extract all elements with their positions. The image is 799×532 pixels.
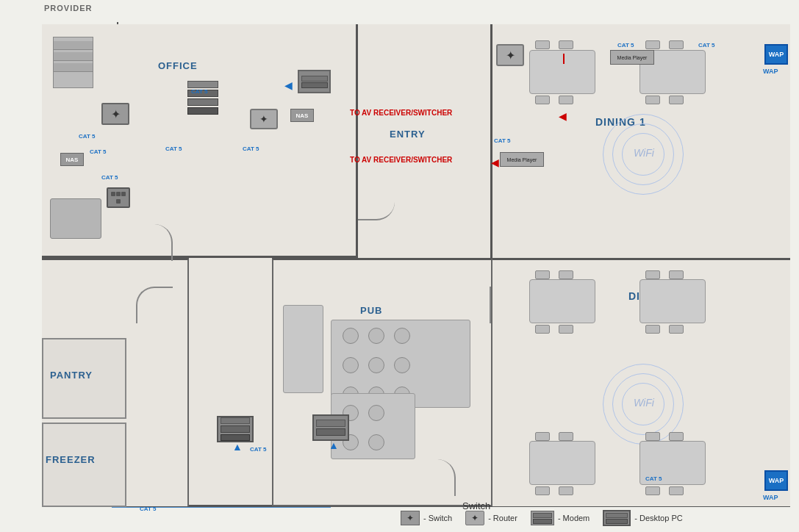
- dining2-table-1: [529, 279, 595, 323]
- main-router: ✦: [496, 44, 524, 66]
- wap-bottom-right: WAP: [764, 470, 788, 491]
- entry-label: ENTRY: [390, 129, 426, 140]
- pub-counter-left: [283, 305, 323, 393]
- nas-right: NAS: [290, 109, 314, 122]
- chair: [559, 270, 573, 279]
- cat5-entry: CAT 5: [494, 137, 511, 144]
- wap-box-bottom: WAP: [764, 470, 788, 491]
- legend-desktop: - Desktop PC: [603, 510, 682, 526]
- arrow-lower-device: ▲: [232, 441, 243, 453]
- cat5-below-switch: CAT 5: [101, 174, 118, 181]
- cat5-office-2: CAT 5: [165, 145, 182, 152]
- lower-desktop: [217, 416, 254, 442]
- chair: [669, 486, 684, 495]
- office-device-stack: [187, 81, 218, 115]
- chair: [669, 270, 684, 279]
- wap-top-right: WAP: [764, 44, 788, 65]
- media-player-top: Media Player: [610, 50, 654, 65]
- wap-top-label: WAP: [763, 68, 778, 75]
- chair: [535, 96, 550, 104]
- door-arc-5: [419, 459, 456, 496]
- door-arc-4: [358, 184, 395, 220]
- cat5-label-nas2: CAT 5: [90, 148, 107, 155]
- wap-bottom-label: WAP: [763, 494, 778, 501]
- chair: [645, 40, 660, 49]
- chair: [559, 96, 573, 104]
- cat5-label-top-right: CAT 5: [698, 42, 715, 48]
- legend: ✦ - Switch ✦ - Router - Modem - Deskto: [401, 510, 683, 526]
- legend-router: ✦ - Router: [465, 511, 517, 525]
- entry-area: [358, 24, 492, 258]
- media-player-entry: Media Player: [500, 152, 544, 167]
- red-line-vertical: [563, 54, 565, 64]
- cat5-office-1: CAT 5: [191, 88, 208, 95]
- switch-bottom-label: Switch: [462, 500, 490, 511]
- av-arrow-2: ◀: [491, 157, 499, 168]
- chair: [559, 432, 573, 441]
- cat5-lower: CAT 5: [250, 446, 267, 453]
- office-router: ✦: [250, 109, 278, 129]
- chair: [645, 270, 660, 279]
- pub-label: PUB: [360, 305, 382, 316]
- wifi-label-1: WiFi: [634, 147, 654, 159]
- freezer-label: FREEZER: [46, 454, 96, 465]
- dining-table-1: [529, 50, 595, 94]
- pub-device: [312, 414, 349, 441]
- dining2-table-2: [639, 279, 706, 323]
- legend-switch: ✦ - Switch: [401, 511, 452, 525]
- chair: [535, 432, 550, 441]
- diagram-container: PROVIDER OFFICE ENTRY DINING 1 KITCHEN P…: [0, 0, 799, 532]
- chair: [669, 40, 684, 49]
- chair: [535, 40, 550, 49]
- office-main-switch: ✦: [101, 103, 129, 125]
- small-switch-below: [107, 187, 130, 208]
- cat5-office-3: CAT 5: [243, 145, 259, 152]
- door-arc-2: [136, 287, 173, 323]
- chair: [669, 432, 684, 441]
- chair: [669, 96, 684, 104]
- av-label-2: TO AV RECEIVER/SWITCHER: [350, 156, 452, 164]
- office-label: OFFICE: [158, 60, 198, 71]
- chair: [535, 270, 550, 279]
- bookcase: [53, 37, 93, 88]
- dining2-table-3: [529, 441, 595, 485]
- wifi-label-2: WiFi: [634, 397, 654, 409]
- office-sofa: [50, 198, 101, 239]
- chair: [645, 96, 660, 104]
- chair: [559, 40, 573, 49]
- chair: [645, 325, 660, 334]
- wap-box-top: WAP: [764, 44, 788, 65]
- chair: [559, 325, 573, 334]
- chair: [535, 486, 550, 495]
- cat5-lower-bottom: CAT 5: [140, 506, 157, 512]
- office-top-device: [298, 70, 331, 93]
- pantry-label: PANTRY: [50, 370, 93, 381]
- chair: [645, 432, 660, 441]
- cat5-label-media-top: CAT 5: [617, 42, 634, 48]
- provider-label: PROVIDER: [44, 4, 92, 12]
- arrow-into-device: ◀: [284, 79, 293, 91]
- chair: [645, 486, 660, 495]
- arrow-pub-device: ▲: [329, 439, 339, 451]
- av-label-1: TO AV RECEIVER/SWITCHER: [350, 109, 452, 117]
- nas-left: NAS: [60, 153, 84, 166]
- chair: [535, 325, 550, 334]
- av-arrow-1: ◀: [559, 110, 567, 122]
- chair: [559, 486, 573, 495]
- door-arc-1: [136, 224, 173, 261]
- cat5-bottom-right: CAT 5: [645, 475, 662, 482]
- legend-modem: - Modem: [531, 511, 590, 525]
- door-arc-3: [454, 287, 491, 323]
- cat5-label-nas: CAT 5: [79, 133, 96, 140]
- chair: [669, 325, 684, 334]
